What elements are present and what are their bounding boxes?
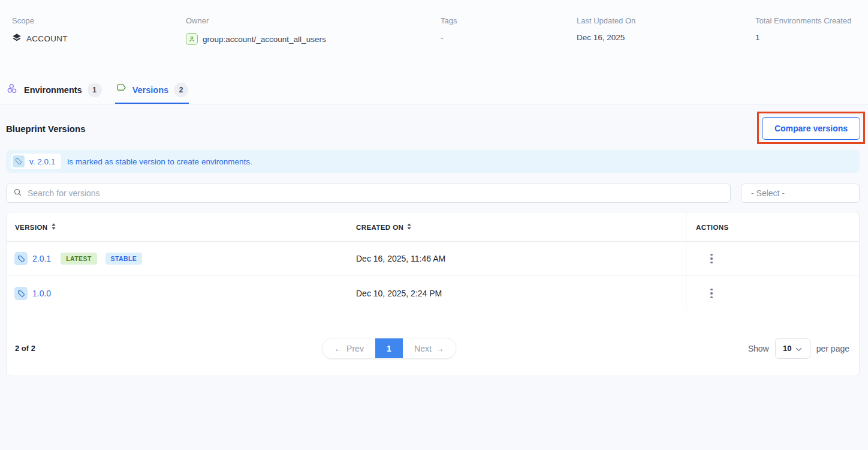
tag-icon [14,287,28,300]
column-header-label: ACTIONS [696,224,729,231]
created-on-cell: Dec 10, 2025, 2:24 PM [356,276,442,311]
search-icon [13,188,22,199]
version-link[interactable]: 1.0.0 [32,289,51,298]
version-link[interactable]: 2.0.1 [32,254,51,263]
version-cell: 2.0.1 LATEST STABLE [14,242,142,275]
tab-environments[interactable]: Environments 1 [6,77,103,104]
user-icon [186,33,198,45]
meta-label: Last Updated On [577,16,635,25]
total-environments-value: 1 [755,33,760,42]
stable-version-number: v. 2.0.1 [29,157,55,166]
meta-total-environments: Total Environments Created 1 [755,16,851,42]
search-input-wrapper [6,184,731,203]
page-size-value: 10 [783,344,791,353]
tag-icon [116,83,127,97]
versions-table-card: VERSION CREATED ON ACTIONS 2.0.1 LATEST … [6,212,860,376]
page-title: Blueprint Versions [6,124,86,134]
tag-icon [14,252,28,265]
stable-version-banner: v. 2.0.1 is marked as stable version to … [6,150,860,173]
right-arrow-icon: → [436,344,444,353]
tab-environments-count: 1 [88,83,102,97]
prev-page-button[interactable]: ← Prev [323,338,375,358]
tab-versions[interactable]: Versions 2 [115,77,189,104]
page-size-control: Show 10 per page [748,338,849,359]
column-header-label: VERSION [15,224,48,231]
version-cell: 1.0.0 [14,276,51,311]
meta-last-updated: Last Updated On Dec 16, 2025 [577,16,635,42]
compare-versions-button[interactable]: Compare versions [762,117,860,140]
column-header-version[interactable]: VERSION [15,212,56,242]
search-input[interactable] [28,184,730,202]
column-header-label: CREATED ON [356,224,403,231]
tags-value: - [441,33,444,42]
table-row: 1.0.0 Dec 10, 2025, 2:24 PM [7,276,859,311]
scope-value: ACCOUNT [26,34,68,43]
hexagons-icon [7,83,19,97]
filter-select-value: - Select - [751,188,785,198]
pagination-summary: 2 of 2 [15,344,35,353]
tab-versions-count: 2 [174,83,188,97]
row-actions-menu-button[interactable] [706,286,718,301]
chevron-down-icon [795,343,802,354]
stable-version-chip: v. 2.0.1 [11,154,61,169]
tab-versions-label: Versions [132,85,168,95]
blueprint-meta-header: Scope ACCOUNT Owner group:account/_accou… [0,0,868,77]
latest-badge: LATEST [61,253,97,265]
pagination-control: ← Prev 1 Next → [322,338,456,359]
row-actions-menu-button[interactable] [706,251,718,266]
table-row: 2.0.1 LATEST STABLE Dec 16, 2025, 11:46 … [7,242,859,276]
meta-label: Tags [441,16,457,25]
annotation-highlight: Compare versions [757,112,865,144]
tab-environments-label: Environments [24,85,82,95]
owner-value: group:account/_account_all_users [203,35,326,44]
meta-label: Scope [12,16,68,25]
per-page-label: per page [816,344,849,353]
meta-owner: Owner group:account/_account_all_users [186,16,326,45]
last-updated-value: Dec 16, 2025 [577,33,625,42]
next-label: Next [414,344,432,353]
filter-select[interactable]: - Select - [741,184,860,203]
created-on-cell: Dec 16, 2025, 11:46 AM [356,242,445,275]
tag-icon [13,155,25,167]
page-number-button[interactable]: 1 [375,338,403,358]
column-header-actions: ACTIONS [696,212,729,242]
sort-icon [407,223,411,231]
meta-tags: Tags - [441,16,457,42]
meta-scope: Scope ACCOUNT [12,16,68,44]
meta-label: Owner [186,16,326,25]
meta-label: Total Environments Created [755,16,851,25]
banner-text: is marked as stable version to create en… [67,157,252,166]
stable-badge: STABLE [106,253,143,265]
left-arrow-icon: ← [334,344,342,353]
page-size-select[interactable]: 10 [775,338,810,359]
tabs-bar: Environments 1 Versions 2 [0,77,868,104]
next-page-button[interactable]: Next → [403,338,456,358]
sort-icon [52,223,56,231]
show-label: Show [748,344,769,353]
column-header-created-on[interactable]: CREATED ON [356,212,411,242]
table-header-row: VERSION CREATED ON ACTIONS [7,212,859,242]
prev-label: Prev [346,344,364,353]
layers-icon [12,33,22,44]
